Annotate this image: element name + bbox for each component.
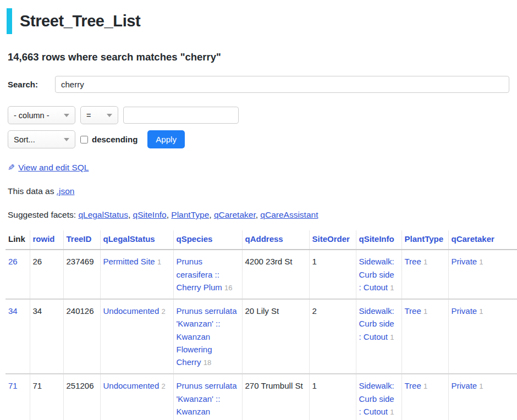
header-qsiteinfo: qSiteInfo: [356, 230, 402, 250]
header-rowid-link[interactable]: rowid: [33, 234, 55, 244]
facet-link-qcaretaker[interactable]: qCaretaker: [214, 210, 256, 219]
sort-select[interactable]: Sort...: [8, 130, 75, 148]
cell-qspecies: Prunus cerasifera :: Cherry Plum 16: [173, 250, 242, 299]
qspecies-value-link[interactable]: Prunus cerasifera :: Cherry Plum: [177, 257, 222, 292]
data-as-prefix: This data as: [8, 186, 57, 196]
cell-qaddress: 4200 23rd St: [242, 250, 309, 299]
qcaretaker-value-link[interactable]: Private: [452, 381, 477, 390]
facet-count: 1: [479, 258, 483, 266]
header-qspecies-link[interactable]: qSpecies: [177, 234, 213, 244]
facet-count: 1: [424, 307, 427, 316]
cell-qlegalstatus: Undocumented 2: [100, 299, 173, 374]
header-qsiteinfo-link[interactable]: qSiteInfo: [359, 234, 394, 244]
header-qcaretaker: qCaretaker: [448, 230, 517, 250]
facet-count: 1: [479, 307, 483, 316]
table-row: 34 34 240126 Undocumented 2 Prunus serru…: [6, 299, 517, 374]
page: Street_Tree_List 14,663 rows where searc…: [0, 0, 517, 420]
filter-value-input[interactable]: [123, 107, 239, 124]
qlegalstatus-value-link[interactable]: Undocumented: [103, 306, 160, 316]
cell-rowid: 71: [30, 374, 63, 420]
facet-count: 16: [224, 284, 232, 292]
cell-siteorder: 2: [309, 299, 356, 374]
page-header: Street_Tree_List: [7, 8, 517, 34]
facet-count: 1: [479, 382, 483, 390]
search-row: Search:: [8, 76, 509, 93]
filter-operator-select[interactable]: =: [80, 106, 118, 124]
cell-qcaretaker: Private 1: [448, 374, 517, 420]
qsiteinfo-value-link[interactable]: Sidewalk: Curb side : Cutout: [359, 381, 394, 416]
header-treeid: TreeID: [63, 230, 100, 250]
header-link: Link: [6, 230, 30, 250]
qsiteinfo-value-link[interactable]: Sidewalk: Curb side : Cutout: [359, 306, 394, 341]
cell-qaddress: 270 Trumbull St: [242, 374, 309, 420]
facet-link-qsiteinfo[interactable]: qSiteInfo: [133, 210, 167, 219]
cell-treeid: 240126: [63, 299, 100, 374]
qcaretaker-value-link[interactable]: Private: [452, 306, 477, 316]
cell-qaddress: 20 Lily St: [242, 299, 309, 374]
planttype-value-link[interactable]: Tree: [405, 257, 421, 266]
cell-treeid: 251206: [63, 374, 100, 420]
qspecies-value-link[interactable]: Prunus serrulata 'Kwanzan' :: Kwanzan Fl…: [177, 381, 237, 420]
cell-qlegalstatus: Undocumented 2: [100, 374, 173, 420]
suggested-facets-line: Suggested facets: qLegalStatus, qSiteInf…: [8, 210, 517, 220]
facet-count: 1: [424, 258, 427, 266]
view-edit-sql-link[interactable]: View and edit SQL: [18, 163, 89, 172]
row-count-summary: 14,663 rows where search matches "cherry…: [8, 51, 517, 63]
facets-prefix: Suggested facets:: [8, 210, 78, 219]
planttype-value-link[interactable]: Tree: [405, 306, 421, 316]
facet-link-qlegalstatus[interactable]: qLegalStatus: [78, 210, 128, 219]
planttype-value-link[interactable]: Tree: [405, 381, 421, 390]
data-as-line: This data as .json: [8, 186, 517, 196]
header-planttype: PlantType: [402, 230, 448, 250]
facet-count: 1: [157, 258, 161, 266]
row-link[interactable]: 71: [8, 381, 18, 390]
cell-row-link: 26: [6, 250, 30, 299]
facet-separator: ,: [128, 210, 133, 219]
facet-count: 18: [204, 358, 211, 367]
facet-link-qcareassistant[interactable]: qCareAssistant: [260, 210, 318, 219]
qsiteinfo-value-link[interactable]: Sidewalk: Curb side : Cutout: [359, 257, 394, 292]
header-siteorder: SiteOrder: [309, 230, 356, 250]
row-link[interactable]: 26: [8, 257, 18, 266]
facet-separator: ,: [209, 210, 214, 219]
cell-qsiteinfo: Sidewalk: Curb side : Cutout 1: [356, 299, 402, 374]
descending-checkbox[interactable]: [80, 136, 88, 143]
header-treeid-link[interactable]: TreeID: [67, 234, 92, 244]
qlegalstatus-value-link[interactable]: Undocumented: [103, 381, 160, 390]
sql-line: ✎ View and edit SQL: [8, 163, 517, 173]
header-qlegalstatus-link[interactable]: qLegalStatus: [103, 234, 155, 244]
cell-planttype: Tree 1: [402, 374, 448, 420]
json-link[interactable]: .json: [57, 186, 75, 196]
apply-button[interactable]: Apply: [147, 130, 185, 148]
cell-qsiteinfo: Sidewalk: Curb side : Cutout 1: [356, 374, 402, 420]
search-input[interactable]: [55, 76, 509, 93]
results-table: Link rowid TreeID qLegalStatus qSpecies …: [6, 230, 517, 420]
facet-link-planttype[interactable]: PlantType: [171, 210, 209, 219]
sort-row: Sort... descending Apply: [8, 130, 517, 148]
cell-rowid: 26: [30, 250, 63, 299]
facet-count: 2: [161, 382, 165, 390]
qcaretaker-value-link[interactable]: Private: [452, 257, 477, 266]
table-row: 71 71 251206 Undocumented 2 Prunus serru…: [6, 374, 517, 420]
header-qaddress-link[interactable]: qAddress: [245, 234, 283, 244]
cell-qlegalstatus: Permitted Site 1: [100, 250, 173, 299]
cell-qcaretaker: Private 1: [448, 250, 517, 299]
cell-planttype: Tree 1: [402, 250, 448, 299]
qspecies-value-link[interactable]: Prunus serrulata 'Kwanzan' :: Kwanzan Fl…: [177, 306, 237, 367]
header-planttype-link[interactable]: PlantType: [405, 234, 444, 244]
header-rowid: rowid: [30, 230, 63, 250]
row-link[interactable]: 34: [8, 306, 18, 316]
qlegalstatus-value-link[interactable]: Permitted Site: [103, 257, 155, 266]
facet-count: 1: [390, 408, 394, 416]
header-siteorder-link[interactable]: SiteOrder: [312, 234, 350, 244]
header-qaddress: qAddress: [242, 230, 309, 250]
cell-treeid: 237469: [63, 250, 100, 299]
facet-count: 1: [424, 382, 427, 390]
filter-column-select[interactable]: - column -: [8, 106, 75, 124]
table-row: 26 26 237469 Permitted Site 1 Prunus cer…: [6, 250, 517, 299]
search-label: Search:: [8, 80, 55, 89]
page-title: Street_Tree_List: [20, 12, 140, 30]
cell-planttype: Tree 1: [402, 299, 448, 374]
cell-qsiteinfo: Sidewalk: Curb side : Cutout 1: [356, 250, 402, 299]
header-qcaretaker-link[interactable]: qCaretaker: [452, 234, 494, 244]
